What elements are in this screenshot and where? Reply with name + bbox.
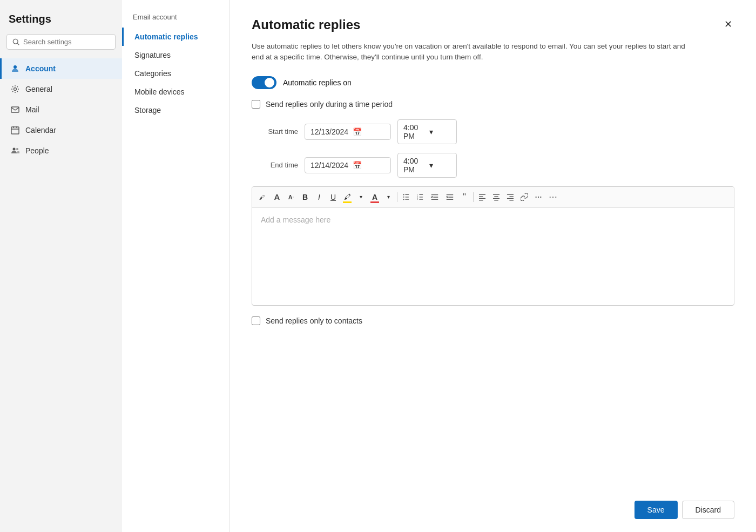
calendar-start-icon: 📅 [353, 127, 385, 136]
contacts-row: Send replies only to contacts [252, 316, 734, 325]
search-icon [12, 38, 20, 46]
font-color-dropdown-button[interactable]: ▾ [382, 190, 395, 204]
sidebar-item-calendar[interactable]: Calendar [0, 120, 122, 140]
font-size-decrease-button[interactable]: A◦ [285, 190, 298, 204]
align-left-button[interactable] [476, 190, 489, 204]
italic-button[interactable]: I [313, 190, 326, 204]
description: Use automatic replies to let others know… [252, 41, 694, 63]
highlight-dropdown-button[interactable]: ▾ [354, 190, 367, 204]
svg-rect-5 [11, 127, 19, 134]
end-time-field[interactable]: 4:00 PM ▾ [397, 153, 457, 178]
toggle-row: Automatic replies on [252, 76, 734, 89]
close-button[interactable]: ✕ [722, 17, 734, 31]
subnav-item-categories[interactable]: Categories [122, 64, 230, 83]
people-icon [10, 146, 20, 156]
mail-icon [10, 105, 20, 115]
align-right-button[interactable] [504, 190, 517, 204]
chevron-down-end-icon: ▾ [429, 161, 451, 170]
svg-point-41 [540, 196, 541, 197]
more-options-button[interactable]: ⋯ [546, 190, 560, 204]
person-icon [10, 64, 20, 73]
sidebar-item-calendar-label: Calendar [25, 126, 56, 134]
svg-rect-37 [507, 198, 514, 198]
end-date-field[interactable]: 12/14/2024 📅 [305, 157, 391, 173]
svg-point-14 [403, 199, 404, 200]
svg-rect-10 [405, 197, 409, 197]
svg-rect-38 [509, 200, 514, 200]
svg-rect-31 [493, 194, 500, 194]
time-period-label[interactable]: Send replies only during a time period [266, 100, 393, 109]
font-color-button[interactable]: A [368, 190, 381, 204]
svg-rect-33 [493, 198, 500, 198]
save-button[interactable]: Save [634, 501, 678, 519]
page-header: Automatic replies ✕ [252, 17, 734, 32]
subnav-item-storage[interactable]: Storage [122, 101, 230, 119]
end-time-row: End time 12/14/2024 📅 4:00 PM ▾ [252, 153, 734, 178]
sidebar-item-account-label: Account [25, 64, 56, 73]
start-time-field[interactable]: 4:00 PM ▾ [397, 119, 457, 144]
discard-button[interactable]: Discard [682, 501, 734, 519]
sidebar-item-people-label: People [25, 146, 49, 155]
start-date-field[interactable]: 12/13/2024 📅 [305, 124, 391, 140]
calendar-icon [10, 125, 20, 135]
svg-rect-11 [405, 199, 409, 199]
start-time-row: Start time 12/13/2024 📅 4:00 PM ▾ [252, 119, 734, 144]
sidebar-item-account[interactable]: Account [0, 58, 122, 79]
svg-point-13 [403, 196, 404, 197]
svg-rect-35 [507, 194, 514, 194]
clear-format-button[interactable]: 🖌 [256, 190, 269, 204]
subnav-item-automatic-replies[interactable]: Automatic replies [122, 28, 230, 46]
svg-text:1: 1 [417, 193, 418, 196]
bullets-button[interactable] [400, 190, 413, 204]
underline-button[interactable]: U [327, 190, 340, 204]
bottom-bar: Save Discard [634, 501, 734, 519]
svg-point-39 [535, 196, 536, 197]
sidebar-item-general[interactable]: General [0, 79, 122, 99]
end-time-label: End time [260, 161, 298, 169]
bold-button[interactable]: B [299, 190, 312, 204]
editor-toolbar: 🖌 A A◦ B I U 🖍 ▾ [252, 187, 734, 208]
automatic-replies-toggle[interactable] [252, 76, 276, 89]
align-center-button[interactable] [490, 190, 503, 204]
svg-point-40 [538, 196, 539, 197]
svg-rect-27 [479, 194, 485, 194]
main-content: Automatic replies ✕ Use automatic replie… [230, 0, 756, 532]
calendar-end-icon: 📅 [353, 161, 385, 170]
svg-point-3 [14, 88, 17, 91]
highlight-button[interactable]: 🖍 [341, 190, 354, 204]
svg-rect-16 [419, 197, 423, 197]
subnav-item-signatures[interactable]: Signatures [122, 46, 230, 64]
sidebar-item-mail[interactable]: Mail [0, 99, 122, 120]
svg-rect-34 [494, 200, 498, 200]
subnav-item-mobile-devices[interactable]: Mobile devices [122, 83, 230, 101]
toggle-label: Automatic replies on [283, 78, 352, 87]
increase-indent-button[interactable] [443, 190, 457, 204]
search-input[interactable] [23, 38, 110, 46]
svg-rect-17 [419, 199, 423, 199]
numbered-list-button[interactable]: 123 [414, 190, 427, 204]
highlight-color-indicator [343, 201, 352, 203]
quote-button[interactable]: " [458, 190, 471, 204]
end-date-value: 12/14/2024 [310, 161, 348, 170]
sidebar-item-people[interactable]: People [0, 140, 122, 161]
svg-rect-32 [494, 196, 498, 197]
link-button[interactable] [518, 190, 531, 204]
svg-rect-30 [479, 200, 483, 200]
divider-1 [397, 192, 397, 202]
sidebar-item-general-label: General [25, 85, 52, 93]
font-size-increase-button[interactable]: A [271, 190, 284, 204]
contacts-label[interactable]: Send replies only to contacts [266, 316, 362, 325]
search-box[interactable] [6, 34, 116, 50]
undo-redo-button[interactable] [532, 190, 545, 204]
contacts-checkbox[interactable] [252, 316, 260, 325]
svg-text:🖌: 🖌 [259, 194, 265, 200]
editor-body[interactable]: Add a message here [252, 208, 734, 305]
divider-2 [473, 192, 474, 202]
sub-nav: Email account Automatic replies Signatur… [122, 0, 230, 532]
time-period-checkbox[interactable] [252, 100, 260, 109]
gear-icon [10, 84, 20, 94]
decrease-indent-button[interactable] [428, 190, 442, 204]
editor-container: 🖌 A A◦ B I U 🖍 ▾ [252, 186, 734, 306]
start-date-value: 12/13/2024 [310, 127, 348, 136]
svg-line-1 [17, 43, 19, 45]
